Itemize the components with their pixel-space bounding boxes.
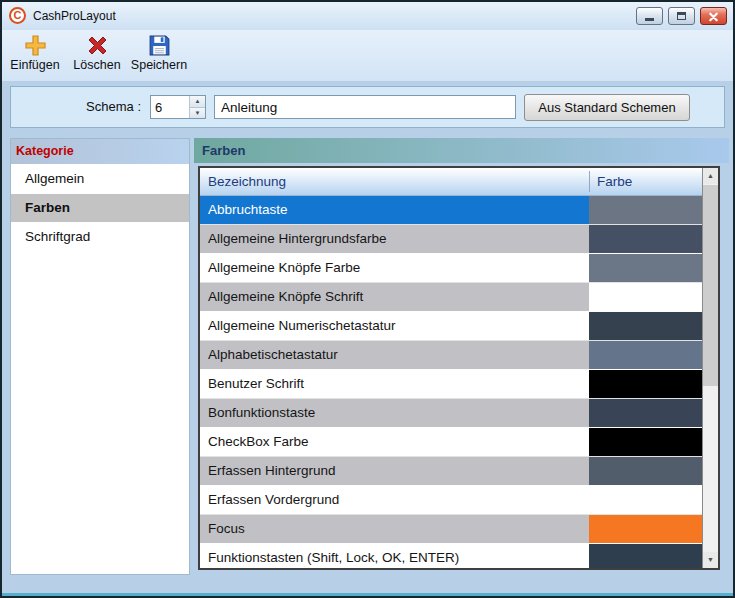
plus-icon <box>23 33 48 58</box>
row-bezeichnung: CheckBox Farbe <box>208 428 309 456</box>
toolbar: Einfügen Löschen Speichern <box>2 30 733 82</box>
speichern-button[interactable]: Speichern <box>130 32 188 79</box>
row-bezeichnung: Allgemeine Hintergrundsfarbe <box>208 225 387 253</box>
table-row[interactable]: Allgemeine Numerischetastatur <box>200 312 702 341</box>
kategorie-header: Kategorie <box>11 139 189 165</box>
row-color-swatch[interactable] <box>589 370 702 398</box>
loeschen-button[interactable]: Löschen <box>68 32 126 79</box>
row-color-swatch[interactable] <box>589 254 702 282</box>
row-color-swatch[interactable] <box>589 225 702 253</box>
row-bezeichnung: Allgemeine Knöpfe Farbe <box>208 254 360 282</box>
color-table: Bezeichnung Farbe AbbruchtasteAllgemeine… <box>198 166 720 570</box>
table-row[interactable]: Erfassen Hintergrund <box>200 457 702 486</box>
row-bezeichnung: Focus <box>208 515 245 543</box>
minimize-button[interactable] <box>636 7 663 25</box>
table-row[interactable]: Focus <box>200 515 702 544</box>
farben-panel: Farben Bezeichnung Farbe AbbruchtasteAll… <box>194 138 729 575</box>
row-color-swatch[interactable] <box>589 544 702 568</box>
vertical-scrollbar[interactable]: ▲ ▼ <box>702 168 718 568</box>
row-color-swatch[interactable] <box>589 312 702 340</box>
row-bezeichnung: Erfassen Hintergrund <box>208 457 336 485</box>
schema-number-spinner: ▲ ▼ <box>150 95 206 119</box>
title-bar: C CashProLayout <box>2 2 733 30</box>
table-row[interactable]: Allgemeine Knöpfe Schrift <box>200 283 702 312</box>
spinner-arrows: ▲ ▼ <box>189 96 205 118</box>
speichern-label: Speichern <box>131 58 187 72</box>
minimize-icon <box>645 18 654 21</box>
table-row[interactable]: Abbruchtaste <box>200 196 702 225</box>
row-color-swatch[interactable] <box>589 457 702 485</box>
schema-number-input[interactable] <box>151 96 188 118</box>
close-icon <box>708 12 719 22</box>
row-bezeichnung: Erfassen Vordergrund <box>208 486 339 514</box>
farben-panel-header: Farben <box>194 138 729 163</box>
table-row[interactable]: Alphabetischetastatur <box>200 341 702 370</box>
window-title: CashProLayout <box>33 2 116 30</box>
einfuegen-button[interactable]: Einfügen <box>6 32 64 79</box>
row-bezeichnung: Allgemeine Numerischetastatur <box>208 312 396 340</box>
maximize-icon <box>677 12 686 20</box>
spinner-up-icon[interactable]: ▲ <box>190 96 205 108</box>
app-logo-icon: C <box>9 7 26 24</box>
sidebar-item-allgemein[interactable]: Allgemein <box>11 165 189 194</box>
scroll-up-icon[interactable]: ▲ <box>703 168 718 184</box>
schema-name-input[interactable] <box>214 95 516 119</box>
kategorie-panel: Kategorie Allgemein Farben Schriftgrad <box>10 138 190 575</box>
table-row[interactable]: Funktionstasten (Shift, Lock, OK, ENTER) <box>200 544 702 568</box>
row-color-swatch[interactable] <box>589 196 702 224</box>
row-bezeichnung: Benutzer Schrift <box>208 370 304 398</box>
save-floppy-icon <box>147 33 172 58</box>
sidebar-item-farben[interactable]: Farben <box>11 194 189 223</box>
row-bezeichnung: Abbruchtaste <box>208 196 288 224</box>
row-color-swatch[interactable] <box>589 341 702 369</box>
schema-label: Schema : <box>11 87 141 127</box>
sidebar-item-schriftgrad[interactable]: Schriftgrad <box>11 223 189 252</box>
scrollbar-thumb[interactable] <box>703 185 718 386</box>
column-divider <box>589 171 590 192</box>
window-controls <box>636 7 727 25</box>
color-table-header: Bezeichnung Farbe <box>200 168 702 196</box>
table-row[interactable]: Erfassen Vordergrund <box>200 486 702 515</box>
color-table-rows: AbbruchtasteAllgemeine Hintergrundsfarbe… <box>200 196 702 568</box>
row-bezeichnung: Funktionstasten (Shift, Lock, OK, ENTER) <box>208 544 459 568</box>
maximize-button[interactable] <box>668 7 695 25</box>
row-bezeichnung: Bonfunktionstaste <box>208 399 315 427</box>
spinner-down-icon[interactable]: ▼ <box>190 108 205 119</box>
delete-x-icon <box>85 33 110 58</box>
schema-panel: Schema : ▲ ▼ Aus Standard Schemen <box>10 86 725 128</box>
window-bottom-accent <box>2 593 733 596</box>
table-row[interactable]: Allgemeine Knöpfe Farbe <box>200 254 702 283</box>
row-color-swatch[interactable] <box>589 283 702 311</box>
row-bezeichnung: Alphabetischetastatur <box>208 341 338 369</box>
table-row[interactable]: Allgemeine Hintergrundsfarbe <box>200 225 702 254</box>
table-row[interactable]: CheckBox Farbe <box>200 428 702 457</box>
einfuegen-label: Einfügen <box>10 58 59 72</box>
table-row[interactable]: Bonfunktionstaste <box>200 399 702 428</box>
table-row[interactable]: Benutzer Schrift <box>200 370 702 399</box>
close-button[interactable] <box>700 7 727 25</box>
aus-standard-schemen-button[interactable]: Aus Standard Schemen <box>524 94 690 121</box>
row-color-swatch[interactable] <box>589 428 702 456</box>
row-color-swatch[interactable] <box>589 399 702 427</box>
column-header-farbe[interactable]: Farbe <box>597 168 632 195</box>
app-window: C CashProLayout Einfügen <box>0 0 735 598</box>
scroll-down-icon[interactable]: ▼ <box>703 552 718 568</box>
row-bezeichnung: Allgemeine Knöpfe Schrift <box>208 283 363 311</box>
row-color-swatch[interactable] <box>589 515 702 543</box>
row-color-swatch[interactable] <box>589 486 702 514</box>
loeschen-label: Löschen <box>73 58 120 72</box>
column-header-bezeichnung[interactable]: Bezeichnung <box>208 168 286 195</box>
